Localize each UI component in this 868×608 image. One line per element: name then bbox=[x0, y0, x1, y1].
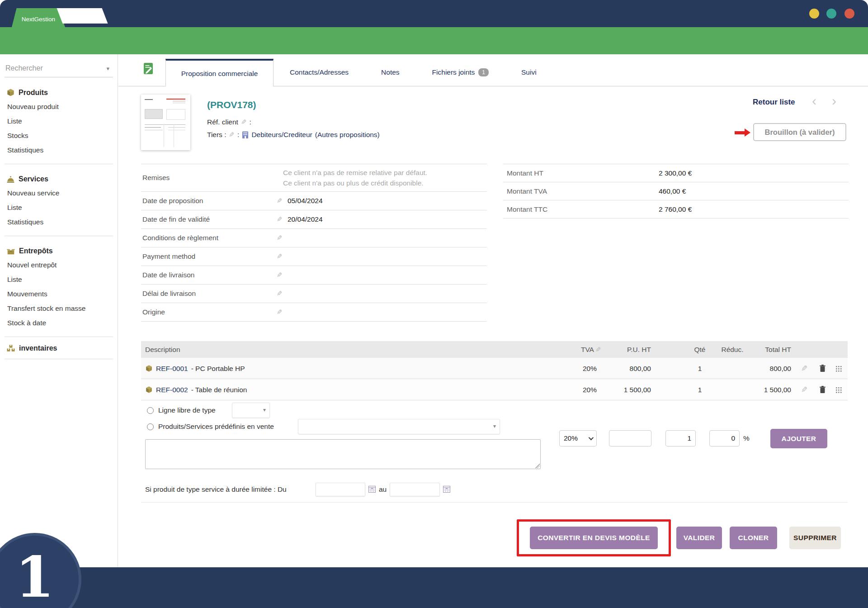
calendar-icon[interactable] bbox=[368, 485, 376, 494]
traffic-dot-yellow[interactable] bbox=[809, 9, 819, 19]
delete-line-icon[interactable] bbox=[819, 364, 826, 374]
chevron-left-icon[interactable]: ‹ bbox=[812, 94, 816, 108]
back-to-list-link[interactable]: Retour liste bbox=[753, 98, 795, 107]
validate-button[interactable]: VALIDER bbox=[676, 527, 722, 549]
traffic-dot-teal[interactable] bbox=[826, 9, 836, 19]
detail-row-date-proposition: Date de proposition ✎ 05/04/2024 bbox=[141, 192, 487, 210]
delete-button[interactable]: SUPPRIMER bbox=[789, 527, 841, 549]
tab-suivi[interactable]: Suivi bbox=[505, 59, 553, 86]
edit-pencil-icon[interactable]: ✎ bbox=[277, 290, 283, 298]
annotation-highlight-box bbox=[517, 519, 671, 556]
thumbnail-art bbox=[145, 127, 161, 128]
detail-label: Origine bbox=[142, 308, 277, 316]
service-start-date-input[interactable] bbox=[316, 483, 365, 496]
thumbnail-art bbox=[174, 124, 174, 147]
sidebar-section-title-entrepots[interactable]: Entrepôts bbox=[6, 247, 118, 255]
edit-pencil-icon[interactable]: ✎ bbox=[277, 215, 283, 223]
traffic-dot-red[interactable] bbox=[844, 9, 854, 19]
quantity-input[interactable] bbox=[665, 430, 696, 446]
line-total: 1 500,00 bbox=[741, 379, 791, 400]
thumbnail-art bbox=[173, 101, 185, 101]
edit-pencil-icon[interactable]: ✎ bbox=[595, 341, 601, 358]
sidebar-item-liste-produits[interactable]: Liste bbox=[6, 114, 118, 128]
thumbnail-art bbox=[145, 124, 185, 125]
col-tva: TVA ✎ bbox=[581, 341, 601, 358]
sidebar-section-title-services[interactable]: Services bbox=[6, 175, 118, 183]
sidebar-item-nouveau-produit[interactable]: Nouveau produit bbox=[6, 100, 118, 114]
vat-rate-select[interactable]: 20% bbox=[559, 430, 597, 446]
delete-line-icon[interactable] bbox=[819, 385, 826, 395]
tab-label: Suivi bbox=[521, 68, 537, 76]
sidebar-item-stock-a-date[interactable]: Stock à date bbox=[6, 316, 118, 330]
discount-input[interactable] bbox=[709, 430, 740, 446]
detail-row-conditions-reglement: Conditions de règlement ✎ bbox=[141, 229, 487, 247]
edit-pencil-icon[interactable]: ✎ bbox=[277, 234, 283, 242]
tab-contacts-adresses[interactable]: Contacts/Adresses bbox=[274, 59, 365, 86]
tab-proposition-commerciale[interactable]: Proposition commerciale bbox=[165, 59, 274, 86]
sidebar-section-title-inventaires[interactable]: inventaires bbox=[6, 344, 118, 352]
radio-produits-predefinis-label: Produits/Services prédéfinis en vente bbox=[158, 419, 274, 434]
detail-label: Délai de livraison bbox=[142, 290, 277, 298]
line-tva: 20% bbox=[561, 358, 597, 379]
brand-tab[interactable]: NextGestion bbox=[12, 8, 65, 27]
sidebar: ▾ Produits Nouveau produit Liste Stocks … bbox=[0, 54, 118, 567]
tab-notes[interactable]: Notes bbox=[365, 59, 416, 86]
edit-pencil-icon[interactable]: ✎ bbox=[277, 197, 283, 205]
section-label: Entrepôts bbox=[19, 247, 53, 255]
sidebar-item-transfert-stock[interactable]: Transfert stock en masse bbox=[6, 301, 118, 316]
search-input[interactable] bbox=[5, 64, 96, 72]
service-end-date-input[interactable] bbox=[390, 483, 440, 496]
unit-price-input[interactable] bbox=[609, 430, 651, 446]
sidebar-item-statistiques-services[interactable]: Statistiques bbox=[6, 215, 118, 229]
radio-ligne-libre[interactable] bbox=[147, 407, 154, 414]
edit-pencil-icon[interactable]: ✎ bbox=[229, 131, 235, 139]
lines-table: Description TVA ✎ P.U. HT Qté Réduc. Tot… bbox=[141, 341, 848, 400]
drag-handle-icon[interactable] bbox=[836, 366, 842, 374]
sidebar-item-liste-services[interactable]: Liste bbox=[6, 200, 118, 215]
sidebar-item-stocks[interactable]: Stocks bbox=[6, 128, 118, 143]
chevron-right-icon[interactable]: › bbox=[832, 94, 836, 108]
col-pu-ht: P.U. HT bbox=[606, 341, 651, 358]
sidebar-item-mouvements[interactable]: Mouvements bbox=[6, 287, 118, 301]
edit-pencil-icon[interactable]: ✎ bbox=[277, 252, 283, 261]
predefined-product-select[interactable]: ▾ bbox=[298, 419, 500, 434]
edit-pencil-icon[interactable]: ✎ bbox=[277, 271, 283, 279]
radio-produits-predefinis[interactable] bbox=[147, 423, 154, 430]
document-thumbnail[interactable] bbox=[141, 95, 190, 150]
main-menu-bar bbox=[0, 27, 868, 54]
sidebar-item-statistiques-produits[interactable]: Statistiques bbox=[6, 143, 118, 157]
clone-button[interactable]: CLONER bbox=[730, 527, 777, 549]
open-box-icon bbox=[6, 247, 15, 255]
line-row-1: REF-0001 - PC Portable HP 20% 800,00 1 8… bbox=[141, 358, 848, 379]
tab-fichiers-joints[interactable]: Fichiers joints 1 bbox=[416, 59, 505, 86]
drag-handle-icon[interactable] bbox=[836, 387, 842, 395]
amount-label: Montant TVA bbox=[507, 187, 659, 195]
chevron-down-icon[interactable]: ▾ bbox=[106, 65, 109, 72]
tiers-link[interactable]: Debiteurs/Crediteur bbox=[251, 131, 312, 139]
add-line-button[interactable]: AJOUTER bbox=[770, 429, 827, 448]
thumbnail-art bbox=[166, 109, 185, 120]
line-description-textarea[interactable] bbox=[145, 439, 541, 469]
active-app-tab[interactable] bbox=[57, 8, 108, 24]
line-type-select[interactable]: ▾ bbox=[232, 403, 270, 418]
amount-value: 2 300,00 € bbox=[659, 169, 692, 177]
tab-label: Notes bbox=[381, 68, 400, 76]
tab-label: Fichiers joints bbox=[432, 68, 475, 76]
thumbnail-art bbox=[173, 103, 185, 103]
textarea-resize-handle[interactable] bbox=[535, 464, 540, 468]
calendar-icon[interactable] bbox=[443, 485, 450, 494]
divider bbox=[5, 337, 113, 337]
sidebar-item-nouveau-service[interactable]: Nouveau service bbox=[6, 186, 118, 200]
brand-name: NextGestion bbox=[22, 13, 55, 23]
edit-pencil-icon[interactable]: ✎ bbox=[277, 308, 283, 316]
sidebar-item-liste-entrepots[interactable]: Liste bbox=[6, 272, 118, 287]
edit-line-icon[interactable]: ✎ bbox=[801, 379, 807, 400]
edit-pencil-icon[interactable]: ✎ bbox=[241, 118, 247, 126]
sidebar-section-title-produits[interactable]: Produits bbox=[6, 88, 118, 97]
sidebar-item-nouvel-entrepot[interactable]: Nouvel entrepôt bbox=[6, 258, 118, 272]
cube-icon bbox=[145, 386, 153, 394]
product-ref-link[interactable]: REF-0002 bbox=[156, 379, 188, 400]
product-ref-link[interactable]: REF-0001 bbox=[156, 358, 188, 379]
edit-line-icon[interactable]: ✎ bbox=[801, 358, 807, 379]
thumbnail-art bbox=[145, 109, 163, 119]
